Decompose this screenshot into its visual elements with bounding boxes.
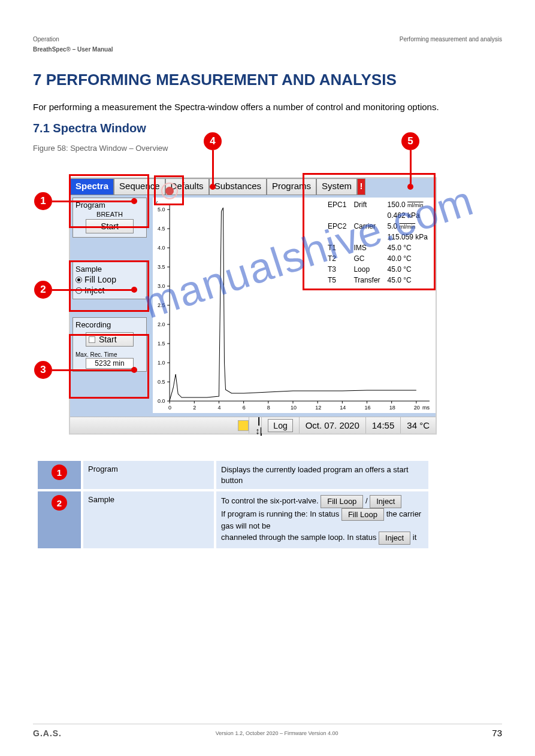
recording-panel-title: Recording — [75, 320, 144, 329]
status-indicator-icon — [238, 420, 249, 431]
legend-row1-name: Program — [83, 461, 214, 489]
callout-badge-3: 3 — [34, 361, 52, 379]
svg-text:1.5: 1.5 — [158, 341, 165, 347]
legend-table: 1 Program Displays the currently loaded … — [35, 459, 431, 550]
status-time: 14:55 — [365, 417, 401, 433]
svg-text:ms: ms — [422, 405, 430, 411]
breadcrumb-left: Operation — [33, 36, 59, 42]
section-heading: 7 PERFORMING MEASUREMENT AND ANALYSIS — [33, 71, 502, 89]
svg-text:5.0: 5.0 — [158, 207, 165, 212]
page-footer: G.A.S. Version 1.2, October 2020 – Firmw… — [33, 724, 502, 738]
svg-text:6: 6 — [243, 405, 246, 411]
callout-connector-5 — [410, 150, 412, 184]
footer-version: Version 1.2, October 2020 – Firmware Ver… — [216, 730, 338, 736]
svg-text:0.0: 0.0 — [158, 398, 165, 404]
status-temp: 34 °C — [400, 417, 436, 433]
svg-text:18: 18 — [389, 405, 395, 411]
figure-caption: Figure 58: Spectra Window – Overview — [33, 144, 502, 153]
inline-fill-loop-button: Fill Loop — [321, 495, 363, 508]
svg-text:1.0: 1.0 — [158, 360, 165, 366]
svg-text:10: 10 — [291, 405, 297, 411]
svg-text:3.0: 3.0 — [158, 283, 165, 289]
inline-inject-button: Inject — [370, 495, 401, 508]
svg-text:0.5: 0.5 — [158, 379, 165, 385]
subsection-heading: 7.1 Spectra Window — [33, 122, 502, 135]
svg-text:16: 16 — [364, 405, 370, 411]
intro-text: For performing a measurement the Spectra… — [33, 101, 502, 113]
inline-fill-loop-button-2: Fill Loop — [341, 508, 384, 521]
svg-text:14: 14 — [340, 405, 346, 411]
status-date: Oct. 07. 2020 — [299, 417, 365, 433]
breadcrumb-right: Performing measurement and analysis — [400, 36, 502, 42]
brand-logo: G.A.S. — [33, 728, 62, 738]
page-number: 73 — [492, 728, 502, 738]
callout-connector-2 — [52, 289, 132, 291]
svg-text:2.0: 2.0 — [158, 321, 165, 327]
highlight-box-2 — [69, 260, 149, 312]
svg-text:4: 4 — [217, 405, 220, 411]
svg-text:12: 12 — [315, 405, 321, 411]
legend-badge-1: 1 — [52, 464, 67, 480]
callout-badge-1: 1 — [34, 192, 52, 210]
legend-badge-2: 2 — [52, 495, 67, 511]
status-bar: |↕| Log Oct. 07. 2020 14:55 34 °C — [70, 417, 436, 433]
doc-title: BreathSpec® – User Manual — [33, 46, 502, 53]
callout-connector-3 — [52, 369, 132, 371]
legend-row2-desc: To control the six-port-valve. Fill Loop… — [216, 491, 428, 548]
svg-text:2: 2 — [193, 405, 196, 411]
callout-connector-4 — [212, 150, 214, 184]
status-sort-icon[interactable]: |↕| — [249, 417, 261, 433]
svg-text:2.5: 2.5 — [158, 302, 165, 308]
svg-text:0: 0 — [168, 405, 171, 411]
legend-row1-desc: Displays the currently loaded program an… — [216, 461, 428, 489]
highlight-box-5 — [303, 173, 436, 290]
log-button[interactable]: Log — [268, 419, 292, 432]
tab-substances[interactable]: Substances — [209, 178, 267, 195]
svg-text:3.5: 3.5 — [158, 264, 165, 270]
svg-text:20: 20 — [414, 405, 420, 411]
highlight-box-4 — [154, 175, 184, 205]
callout-connector-1 — [52, 201, 132, 202]
svg-text:8: 8 — [267, 405, 270, 411]
callout-badge-2: 2 — [34, 281, 52, 299]
legend-row2-name: Sample — [83, 491, 214, 548]
highlight-box-3 — [69, 334, 149, 399]
svg-text:4.5: 4.5 — [158, 226, 165, 232]
inline-inject-button-2: Inject — [379, 532, 410, 545]
svg-text:4.0: 4.0 — [158, 245, 165, 251]
